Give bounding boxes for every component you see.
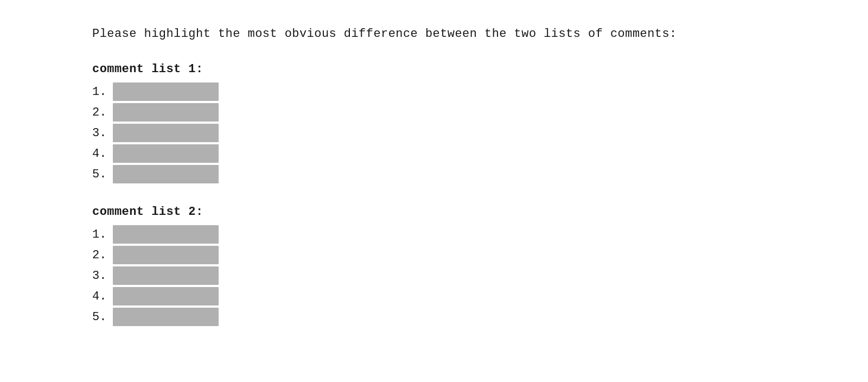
- list-number-2: 2.: [92, 106, 108, 119]
- list-number-1: 1.: [92, 85, 108, 99]
- comment-list-2-title: comment list 2:: [92, 205, 776, 219]
- list-number-4: 4.: [92, 147, 108, 161]
- list-number-3: 3.: [92, 126, 108, 140]
- table-row: 2.: [92, 103, 776, 122]
- list2-number-3: 3.: [92, 269, 108, 283]
- table-row: 2.: [92, 246, 776, 264]
- comment-list-1-items: 1. 2. 3. 4. 5.: [92, 82, 776, 183]
- table-row: 3.: [92, 266, 776, 285]
- comment-list-1-title: comment list 1:: [92, 62, 776, 76]
- comment-list-2-items: 1. 2. 3. 4. 5.: [92, 225, 776, 326]
- list2-number-1: 1.: [92, 228, 108, 241]
- list-number-5: 5.: [92, 168, 108, 181]
- list-bar-2-4: [113, 287, 219, 305]
- table-row: 1.: [92, 82, 776, 101]
- list-bar-2-3: [113, 266, 219, 285]
- instruction-text: Please highlight the most obvious differ…: [92, 27, 776, 41]
- table-row: 4.: [92, 287, 776, 305]
- comment-list-1-section: comment list 1: 1. 2. 3. 4. 5.: [92, 62, 776, 183]
- list-bar-1-2: [113, 103, 219, 122]
- list-bar-1-4: [113, 144, 219, 163]
- list-bar-1-5: [113, 165, 219, 183]
- list-bar-1-3: [113, 124, 219, 142]
- list-bar-1-1: [113, 82, 219, 101]
- table-row: 5.: [92, 308, 776, 326]
- table-row: 5.: [92, 165, 776, 183]
- table-row: 1.: [92, 225, 776, 244]
- list2-number-2: 2.: [92, 249, 108, 262]
- comment-list-2-section: comment list 2: 1. 2. 3. 4. 5.: [92, 205, 776, 326]
- table-row: 3.: [92, 124, 776, 142]
- list-bar-2-5: [113, 308, 219, 326]
- list-bar-2-1: [113, 225, 219, 244]
- list2-number-4: 4.: [92, 290, 108, 303]
- list2-number-5: 5.: [92, 310, 108, 324]
- table-row: 4.: [92, 144, 776, 163]
- list-bar-2-2: [113, 246, 219, 264]
- page-container: Please highlight the most obvious differ…: [0, 0, 868, 375]
